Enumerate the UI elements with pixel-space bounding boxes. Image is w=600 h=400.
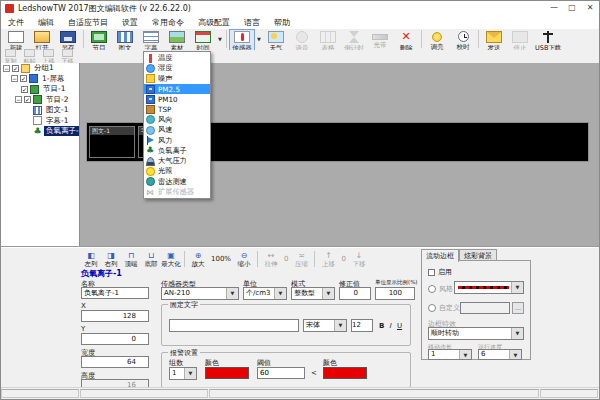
menu-common-commands[interactable]: 常用命令 [145,16,191,29]
chevron-down-icon[interactable]: ▼ [511,328,523,339]
menu-edit[interactable]: 编辑 [31,16,61,29]
menu-item-humidity[interactable]: 湿度 [144,63,210,73]
pm25-icon [146,85,155,94]
radar-icon [146,177,155,186]
delete-icon: ✕ [398,31,414,43]
checkbox-checked-icon[interactable]: ✓ [20,75,27,82]
y-spinner[interactable]: 0 [81,333,149,345]
menu-item-tsp[interactable]: TSP [144,104,210,114]
sensor-dropdown-arrow[interactable]: ▼ [255,29,263,48]
menu-item-pm25[interactable]: PM2.5 [144,84,210,94]
sensor-type-combo[interactable]: AN-210▼ [161,287,239,300]
group-count-combo[interactable]: 1▼ [169,367,197,380]
run-speed-combo[interactable]: 6▼ [478,349,522,360]
checkbox-checked-icon[interactable]: ✓ [21,86,28,93]
border-style-combo[interactable]: ▼ [454,281,524,294]
align-right-button[interactable]: ◨右列 [101,251,121,269]
unit-scale-spinner[interactable]: 100 [375,287,415,300]
chevron-down-icon[interactable]: ▼ [322,288,334,299]
align-bottom-button[interactable]: ⊔底部 [141,251,161,269]
menu-item-wind-speed[interactable]: 风速 [144,125,210,135]
tree-item-screen[interactable]: − ✓ 1-屏幕 [1,74,79,85]
custom-radio[interactable] [428,304,436,312]
style-radio[interactable] [428,285,436,293]
copy-icon [5,49,16,57]
tree-item-negative-ion-1[interactable]: ♣ 负氧离子-1 [1,126,79,137]
style-label: 风格 [439,284,453,294]
font-combo[interactable]: 宋体▼ [303,319,347,332]
time-dropdown-arrow[interactable]: ▼ [216,29,224,48]
correction-spinner[interactable]: 0 [339,287,371,300]
chevron-down-icon[interactable]: ▼ [184,368,196,379]
menu-file[interactable]: 文件 [1,16,31,29]
collapse-icon[interactable]: − [15,96,22,103]
menu-item-pm10[interactable]: PM10 [144,94,210,104]
sensor-dropdown-menu: 温度 湿度 噪声 PM2.5 PM10 TSP 风向 风速 风力 负氧离子 大气… [143,51,211,199]
tree-item-subtitle-1[interactable]: 字幕-1 [1,116,79,127]
voice-icon [296,31,308,43]
zoom-in-button[interactable]: ⊕放大 [188,251,208,269]
menu-help[interactable]: 帮助 [267,16,297,29]
menu-item-noise[interactable]: 噪声 [144,74,210,84]
tree-item-graphic-1[interactable]: 图文-1 [1,105,79,116]
collapse-icon[interactable]: − [3,65,10,72]
menu-settings[interactable]: 设置 [115,16,145,29]
menu-advanced-config[interactable]: 高级配置 [191,16,237,29]
name-input[interactable] [81,287,149,299]
tree-item-program-2[interactable]: − ✓ 节目-2 [1,95,79,106]
checkbox-checked-icon[interactable]: ✓ [24,96,31,103]
bold-button[interactable]: B [379,322,384,330]
chevron-down-icon[interactable]: ▼ [334,320,346,331]
align-top-button[interactable]: ⊓顶端 [121,251,141,269]
chevron-down-icon[interactable]: ▼ [459,350,471,359]
mode-combo[interactable]: 整数型▼ [291,287,335,300]
dashed-style-preview [458,286,509,289]
font-size-spinner[interactable]: 12 [351,319,373,332]
italic-button[interactable]: I [389,322,391,330]
move-step-combo[interactable]: 1▼ [428,349,472,360]
chevron-down-icon[interactable]: ▼ [226,288,238,299]
enable-checkbox[interactable] [428,269,435,276]
border-effect-combo[interactable]: 顺时转动▼ [428,327,524,340]
zoom-out-button[interactable]: ⊖缩小 [234,251,254,269]
status-cell [80,389,208,398]
unit-combo[interactable]: 个/cm3▼ [243,287,287,300]
menu-item-wind-direction[interactable]: 风向 [144,115,210,125]
menu-item-air-pressure[interactable]: 大气压力 [144,156,210,166]
graphic-area-window[interactable]: 图文-1 [89,126,135,158]
checkbox-checked-icon[interactable]: ✓ [12,65,19,72]
main-toolbar: 新建 打开 另存 节目 图文 字幕 素材 时间 ▼ 传感器 ▼ 天气 语音 表格… [1,29,599,51]
fixed-text-input[interactable] [169,319,299,332]
chevron-down-icon[interactable]: ▼ [274,288,286,299]
tree-item-group[interactable]: − ✓ 分组1 [1,63,79,74]
align-left-button[interactable]: ◧左列 [81,251,101,269]
chevron-down-icon[interactable]: ▼ [509,350,521,359]
maximize-area-button[interactable]: ▣最大化 [161,251,181,269]
menu-item-temperature[interactable]: 温度 [144,53,210,63]
width-spinner[interactable]: 64 [81,356,149,368]
custom-border-input [460,302,510,314]
menu-language[interactable]: 语言 [237,16,267,29]
minimize-button[interactable]: — [545,1,563,16]
underline-button[interactable]: U [397,322,402,330]
menu-adaptive-program[interactable]: 自适应节目 [61,16,115,29]
area-title[interactable]: 图文-1 [90,127,134,135]
maximize-button[interactable]: □ [563,1,581,16]
close-button[interactable]: ✕ [581,1,599,16]
tree-item-program-1[interactable]: ✓ 节目-1 [1,84,79,95]
workspace: − ✓ 分组1 − ✓ 1-屏幕 ✓ 节目-1 − ✓ 节目-2 [1,63,599,247]
menu-item-negative-ion[interactable]: 负氧离子 [144,146,210,156]
chevron-down-icon[interactable]: ▼ [511,282,523,293]
menu-item-illumination[interactable]: 光照 [144,166,210,176]
menu-item-radar-speed[interactable]: 雷达测速 [144,177,210,187]
tab-flowing-border[interactable]: 流动边框 [421,249,459,262]
alarm-color2-swatch[interactable] [323,367,367,379]
menu-item-wind-force[interactable]: 风力 [144,135,210,145]
threshold-input[interactable] [257,367,305,379]
x-spinner[interactable]: 128 [81,310,149,322]
alarm-color-swatch[interactable] [205,367,249,379]
collapse-icon[interactable]: − [11,75,18,82]
move-up-button: 上移 [39,49,58,64]
program-icon [91,31,107,43]
browse-button[interactable]: … [512,302,524,314]
